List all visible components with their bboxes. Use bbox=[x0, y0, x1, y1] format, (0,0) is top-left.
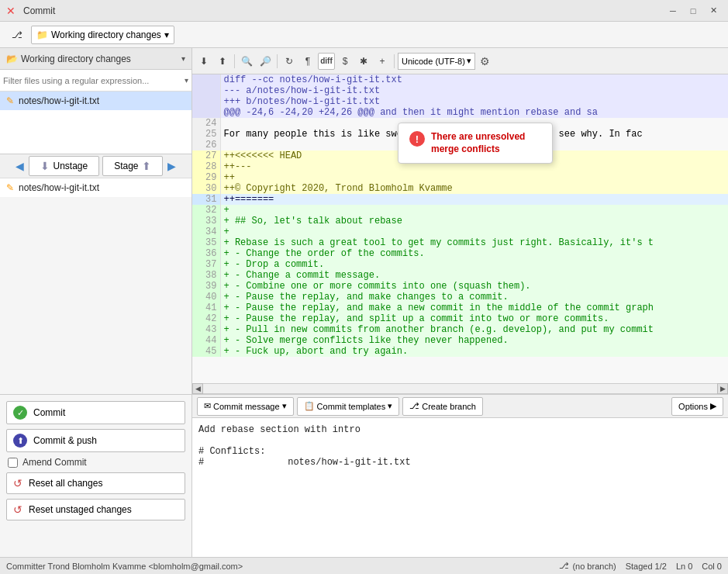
reset-all-label: Reset all changes bbox=[29, 478, 102, 489]
dollar-btn[interactable]: $ bbox=[336, 53, 354, 70]
col-status: Col 0 bbox=[702, 561, 722, 571]
reset-unstaged-label: Reset unstaged changes bbox=[29, 504, 132, 515]
working-directory-label: Working directory changes bbox=[51, 29, 161, 40]
line-number: 43 bbox=[192, 324, 220, 335]
scroll-right-arrow[interactable]: ▶ bbox=[717, 383, 728, 394]
settings-gear-button[interactable]: ⚙ bbox=[477, 53, 494, 70]
line-number: 40 bbox=[192, 292, 220, 303]
reset-all-button[interactable]: ↺ Reset all changes bbox=[6, 472, 185, 494]
stage-button[interactable]: Stage ⬆ bbox=[102, 156, 162, 176]
template-icon: 📋 bbox=[304, 401, 315, 411]
diff-down-btn[interactable]: ⬇ bbox=[195, 53, 212, 70]
line-number: 25 bbox=[192, 129, 220, 140]
filter-bar: ▾ bbox=[0, 70, 191, 92]
commit-message-textarea[interactable] bbox=[192, 418, 728, 557]
branch-icon: ⎇ bbox=[12, 29, 22, 40]
close-button[interactable]: ✕ bbox=[705, 4, 722, 18]
stage-right-arrow[interactable]: ▶ bbox=[166, 158, 178, 174]
create-branch-label: Create branch bbox=[422, 402, 476, 411]
line-number: 32 bbox=[192, 205, 220, 216]
line-number: 44 bbox=[192, 335, 220, 346]
branch-icon: ⎇ bbox=[559, 561, 569, 571]
right-panel: ⬇ ⬆ 🔍 🔍 ↻ ¶ diff $ ✱ + Unicode (UTF-8) ▾… bbox=[192, 48, 728, 394]
amend-checkbox[interactable] bbox=[8, 458, 18, 468]
unstage-button[interactable]: ⬇ Unstage bbox=[29, 156, 99, 176]
ln-status: Ln 0 bbox=[676, 561, 692, 571]
unstage-down-icon: ⬇ bbox=[40, 160, 50, 172]
line-code: ++ bbox=[220, 172, 728, 183]
staged-label: Staged 1/2 bbox=[626, 562, 667, 571]
options-label: Options bbox=[678, 402, 708, 411]
search-back-btn[interactable]: 🔍 bbox=[257, 53, 274, 70]
commit-templates-button[interactable]: 📋 Commit templates ▾ bbox=[297, 397, 400, 416]
line-number: 31 bbox=[192, 194, 220, 205]
line-code: + Rebase is such a great tool to get my … bbox=[220, 237, 728, 248]
line-number: 26 bbox=[192, 140, 220, 150]
commit-message-label: Commit message bbox=[213, 402, 280, 411]
maximize-button[interactable]: □ bbox=[685, 4, 702, 18]
working-directory-dropdown[interactable]: 📁 Working directory changes ▾ bbox=[31, 26, 174, 44]
line-code: @@@ -24,6 -24,20 +24,26 @@@ and then it … bbox=[220, 107, 728, 118]
diff-line: 38+ - Change a commit message. bbox=[192, 270, 728, 281]
file-name: notes/how-i-git-it.txt bbox=[19, 95, 99, 106]
line-number: 27 bbox=[192, 150, 220, 161]
unstaged-file-list: ✎ notes/how-i-git-it.txt bbox=[0, 92, 191, 154]
line-code: + - Pause the replay, and split up a com… bbox=[220, 313, 728, 324]
folder-icon: 📁 bbox=[36, 29, 48, 40]
line-number: 35 bbox=[192, 237, 220, 248]
encoding-arrow-icon: ▾ bbox=[467, 56, 471, 66]
line-code: + ## So, let's talk about rebase bbox=[220, 216, 728, 226]
toolbar-icon-btn[interactable]: ⎇ bbox=[5, 25, 29, 45]
line-code: + bbox=[220, 205, 728, 216]
minimize-button[interactable]: ─ bbox=[664, 4, 681, 18]
paragraph-btn[interactable]: ¶ bbox=[299, 53, 316, 70]
line-number bbox=[192, 74, 220, 85]
create-branch-button[interactable]: ⎇ Create branch bbox=[402, 397, 483, 416]
diff-toolbar: ⬇ ⬆ 🔍 🔍 ↻ ¶ diff $ ✱ + Unicode (UTF-8) ▾… bbox=[192, 48, 728, 74]
options-arrow-icon: ▶ bbox=[710, 401, 716, 411]
line-code: +++ b/notes/how-i-git-it.txt bbox=[220, 96, 728, 107]
staged-file-name: notes/how-i-git-it.txt bbox=[19, 182, 99, 193]
filter-input[interactable] bbox=[3, 76, 185, 85]
line-code: + bbox=[220, 226, 728, 237]
merge-conflict-popup: ! There are unresolved merge conflicts bbox=[398, 123, 553, 164]
commit-button[interactable]: ✓ Commit bbox=[6, 401, 185, 424]
staged-status: Staged 1/2 bbox=[626, 561, 667, 571]
diff-mode-btn[interactable]: diff bbox=[318, 53, 335, 70]
line-number: 37 bbox=[192, 259, 220, 270]
diff-up-btn[interactable]: ⬆ bbox=[214, 53, 231, 70]
unstage-left-arrow[interactable]: ◀ bbox=[14, 158, 26, 174]
line-number: 24 bbox=[192, 118, 220, 129]
commit-push-button[interactable]: ⬆ Commit & push bbox=[6, 429, 185, 452]
stage-label: Stage bbox=[114, 161, 138, 171]
left-panel: 📂 Working directory changes ▾ ▾ ✎ notes/… bbox=[0, 48, 192, 394]
options-button[interactable]: Options ▶ bbox=[671, 397, 723, 416]
diff-horizontal-scrollbar[interactable]: ◀ ▶ bbox=[192, 383, 728, 394]
diff-content: diff --cc notes/how-i-git-it.txt--- a/no… bbox=[192, 74, 728, 383]
line-code: + - Drop a commit. bbox=[220, 259, 728, 270]
unstaged-file-item[interactable]: ✎ notes/how-i-git-it.txt bbox=[0, 92, 191, 110]
scroll-track[interactable] bbox=[203, 385, 717, 392]
commit-push-icon: ⬆ bbox=[13, 434, 27, 448]
diff-line: --- a/notes/how-i-git-it.txt bbox=[192, 85, 728, 96]
message-arrow-icon: ▾ bbox=[282, 401, 287, 411]
diff-line: 40+ - Pause the replay, and make changes… bbox=[192, 292, 728, 303]
stage-up-icon: ⬆ bbox=[142, 160, 151, 172]
scroll-left-arrow[interactable]: ◀ bbox=[192, 383, 203, 394]
plus-btn[interactable]: + bbox=[374, 53, 391, 70]
header-arrow-icon: ▾ bbox=[181, 54, 185, 63]
ln-label: Ln 0 bbox=[676, 562, 692, 571]
reset-unstaged-button[interactable]: ↺ Reset unstaged changes bbox=[6, 499, 185, 520]
search-btn[interactable]: 🔍 bbox=[238, 53, 255, 70]
line-number: 30 bbox=[192, 183, 220, 194]
asterisk-btn[interactable]: ✱ bbox=[355, 53, 372, 70]
refresh-btn[interactable]: ↻ bbox=[281, 53, 298, 70]
folder-icon: 📂 bbox=[6, 54, 18, 64]
line-code: + - Change the order of the commits. bbox=[220, 248, 728, 259]
encoding-dropdown[interactable]: Unicode (UTF-8) ▾ bbox=[398, 53, 475, 70]
app-icon: ✕ bbox=[6, 5, 19, 17]
line-number: 39 bbox=[192, 281, 220, 292]
diff-line: 30++© Copyright 2020, Trond Blomholm Kva… bbox=[192, 183, 728, 194]
commit-message-dropdown-button[interactable]: ✉ Commit message ▾ bbox=[197, 397, 294, 416]
staged-file-item[interactable]: ✎ notes/how-i-git-it.txt bbox=[0, 178, 191, 197]
